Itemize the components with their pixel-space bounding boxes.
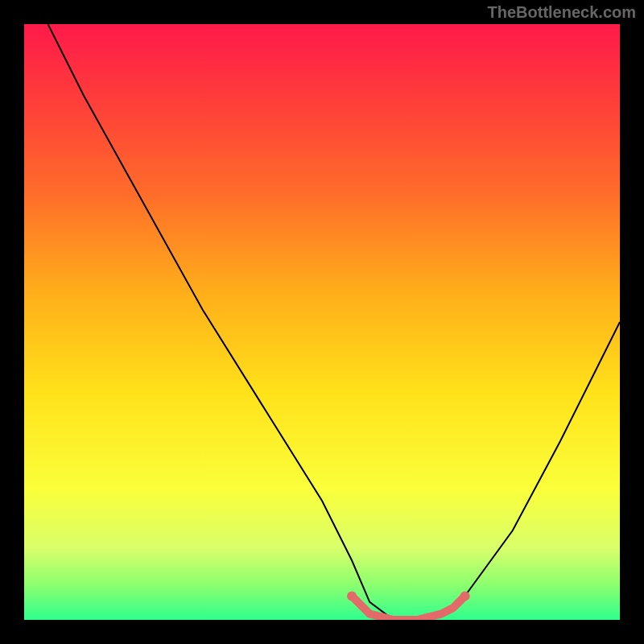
heat-gradient: [24, 24, 620, 620]
attribution-label: TheBottleneck.com: [488, 3, 636, 22]
plot-area: [24, 24, 620, 620]
chart-frame: TheBottleneck.com: [0, 0, 644, 644]
